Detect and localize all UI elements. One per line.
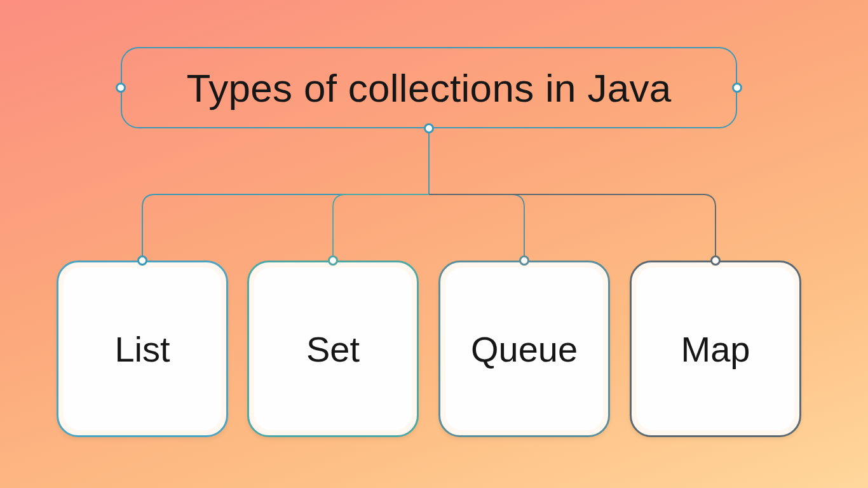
anchor-dot-node-icon <box>519 255 529 266</box>
node-queue: Queue <box>438 261 610 437</box>
root-title: Types of collections in Java <box>186 65 671 111</box>
root-node: Types of collections in Java <box>121 47 737 128</box>
node-map: Map <box>630 261 801 437</box>
node-list: List <box>57 261 228 437</box>
node-set: Set <box>247 261 419 437</box>
anchor-dot-left-icon <box>116 83 126 93</box>
anchor-dot-node-icon <box>328 255 338 266</box>
node-inner: Set <box>254 268 412 430</box>
node-label: Map <box>681 329 750 370</box>
node-inner: Map <box>637 268 794 430</box>
anchor-dot-bottom-icon <box>424 123 434 133</box>
anchor-dot-node-icon <box>710 255 721 266</box>
node-inner: Queue <box>445 268 603 430</box>
node-label: Queue <box>471 329 578 370</box>
anchor-dot-right-icon <box>732 83 742 93</box>
node-label: List <box>114 329 170 370</box>
node-label: Set <box>306 329 360 370</box>
diagram-canvas: Types of collections in Java List Set Qu… <box>0 0 868 488</box>
node-inner: List <box>64 268 221 430</box>
anchor-dot-node-icon <box>137 255 147 266</box>
